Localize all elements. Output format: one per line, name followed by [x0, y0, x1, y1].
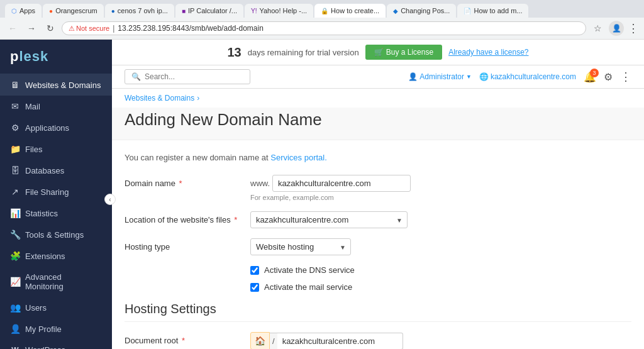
domain-link[interactable]: 🌐 kazakhculturalcentre.com — [479, 72, 576, 81]
notification-badge: 3 — [590, 69, 599, 77]
sidebar-item-extensions[interactable]: 🧩 Extensions — [0, 245, 112, 267]
breadcrumb-separator: › — [197, 94, 199, 102]
url-text[interactable]: 13.235.238.195:8443/smb/web/add-domain — [118, 24, 579, 33]
app: plesk 🖥 Websites & Domains ✉ Mail ⚙ Appl… — [0, 40, 644, 349]
sidebar: plesk 🖥 Websites & Domains ✉ Mail ⚙ Appl… — [0, 40, 112, 349]
browser-toolbar: ← → ↻ ⚠ Not secure | 13.235.238.195:8443… — [0, 18, 644, 39]
tab-orangescrum[interactable]: ● Orangescrum — [43, 4, 104, 18]
sidebar-item-mail[interactable]: ✉ Mail — [0, 96, 112, 117]
more-button[interactable]: ⋮ — [628, 21, 639, 35]
tab-howto[interactable]: 🔒 How to create... — [314, 4, 386, 18]
domain-name-control: www. For example, example.com — [250, 175, 411, 201]
hosting-type-row: Hosting type Website hosting ▼ — [125, 238, 631, 255]
form-area: You can register a new domain name at Se… — [112, 140, 644, 349]
sidebar-item-filesharing[interactable]: ↗ File Sharing — [0, 181, 112, 202]
browser-chrome: ⬡ Apps ● Orangescrum ● cenos 7 ovh ip...… — [0, 0, 644, 40]
required-marker: * — [179, 179, 182, 188]
dns-checkbox[interactable] — [250, 266, 259, 275]
mail-checkbox[interactable] — [250, 283, 259, 292]
sidebar-item-files[interactable]: 📁 Files — [0, 138, 112, 160]
mail-label[interactable]: Activate the mail service — [264, 282, 352, 292]
docroot-control: 🏠 / The path to the website home directo… — [250, 332, 403, 349]
admin-link[interactable]: 👤 Administrator ▼ — [408, 72, 472, 81]
breadcrumb-parent-link[interactable]: Websites & Domains — [125, 94, 194, 102]
docroot-label: Document root * — [125, 332, 250, 345]
sidebar-item-websites[interactable]: 🖥 Websites & Domains — [0, 74, 112, 96]
admin-chevron-icon: ▼ — [466, 74, 472, 80]
domain-hint: For example, example.com — [250, 194, 411, 201]
docroot-input-group: 🏠 / — [250, 332, 403, 349]
main-content: 13 days remaining for trial version 🛒 Bu… — [112, 40, 644, 349]
back-button[interactable]: ← — [5, 21, 20, 36]
already-license-link[interactable]: Already have a license? — [448, 48, 528, 57]
content-area: Websites & Domains › Adding New Domain N… — [112, 89, 644, 349]
location-label: Location of the website's files * — [125, 211, 250, 224]
services-portal-link[interactable]: Services portal. — [270, 153, 327, 162]
not-secure-indicator: ⚠ Not secure — [69, 25, 109, 33]
sidebar-item-myprofile[interactable]: 👤 My Profile — [0, 318, 112, 340]
dns-checkbox-row: Activate the DNS service — [250, 265, 631, 275]
location-select[interactable]: kazakhculturalcentre.com — [250, 211, 408, 228]
path-separator: / — [270, 333, 277, 350]
warning-icon: ⚠ — [69, 25, 75, 33]
trial-banner: 13 days remaining for trial version 🛒 Bu… — [112, 40, 644, 65]
mail-checkbox-row: Activate the mail service — [250, 282, 631, 292]
tab-yahoo[interactable]: Y! Yahoo! Help -... — [245, 4, 313, 18]
tab-ipcalc[interactable]: ■ IP Calculator /... — [175, 4, 243, 18]
docroot-input[interactable] — [277, 333, 403, 350]
buy-license-button[interactable]: 🛒 Buy a License — [365, 45, 442, 60]
tab-howtoadd[interactable]: 📄 How to add m... — [457, 4, 528, 18]
hosting-type-select[interactable]: Website hosting — [250, 238, 351, 255]
users-icon: 👥 — [10, 302, 20, 313]
myprofile-icon: 👤 — [10, 324, 20, 334]
sidebar-item-wordpress[interactable]: W WordPress — [0, 340, 112, 349]
domain-name-row: Domain name * www. For example, example.… — [125, 175, 631, 201]
notifications-button[interactable]: 🔔 3 — [584, 71, 596, 83]
url-separator: | — [113, 24, 114, 33]
sidebar-item-tools[interactable]: 🔧 Tools & Settings — [0, 224, 112, 245]
page-header: Adding New Domain Name — [112, 108, 644, 140]
search-input[interactable] — [145, 72, 243, 81]
tab-cenos[interactable]: ● cenos 7 ovh ip... — [105, 4, 174, 18]
settings-button[interactable]: ⚙ — [604, 71, 613, 83]
wordpress-icon: W — [10, 346, 20, 350]
form-intro: You can register a new domain name at Se… — [125, 153, 631, 162]
hosting-type-select-wrap: Website hosting ▼ — [250, 238, 351, 255]
forward-button[interactable]: → — [24, 21, 39, 36]
sidebar-item-databases[interactable]: 🗄 Databases — [0, 160, 112, 181]
home-icon: 🏠 — [250, 332, 270, 349]
location-required: * — [234, 215, 237, 224]
globe-icon: 🌐 — [479, 72, 489, 81]
filesharing-icon: ↗ — [10, 187, 20, 197]
dns-label[interactable]: Activate the DNS service — [264, 265, 355, 275]
location-row: Location of the website's files * kazakh… — [125, 211, 631, 228]
sidebar-item-users[interactable]: 👥 Users — [0, 297, 112, 318]
statistics-icon: 📊 — [10, 208, 20, 218]
trial-days: 13 — [227, 45, 241, 60]
sidebar-item-applications[interactable]: ⚙ Applications — [0, 117, 112, 138]
tab-apps[interactable]: ⬡ Apps — [5, 4, 42, 18]
domain-name-label: Domain name * — [125, 175, 250, 188]
admin-icon: 👤 — [408, 72, 418, 81]
search-box: 🔍 — [125, 69, 250, 84]
cart-icon: 🛒 — [374, 48, 384, 57]
page-title: Adding New Domain Name — [125, 110, 631, 130]
bookmark-button[interactable]: ☆ — [590, 21, 605, 36]
hosting-type-label: Hosting type — [125, 238, 250, 252]
topbar-more-button[interactable]: ⋮ — [620, 70, 631, 84]
trial-text: days remaining for trial version — [248, 48, 359, 57]
docroot-row: Document root * 🏠 / The path to the webs… — [125, 332, 631, 349]
address-bar: ⚠ Not secure | 13.235.238.195:8443/smb/w… — [62, 21, 586, 35]
databases-icon: 🗄 — [10, 165, 20, 175]
tab-changing[interactable]: ◆ Changing Pos... — [387, 4, 456, 18]
profile-button[interactable]: 👤 — [609, 21, 624, 36]
refresh-button[interactable]: ↻ — [43, 21, 58, 36]
search-icon: 🔍 — [131, 72, 141, 81]
sidebar-collapse-button[interactable]: ‹ — [104, 194, 116, 205]
domain-name-input[interactable] — [272, 175, 411, 192]
location-select-wrap: kazakhculturalcentre.com ▼ — [250, 211, 408, 228]
top-bar-right: 👤 Administrator ▼ 🌐 kazakhculturalcentre… — [408, 70, 631, 84]
tools-icon: 🔧 — [10, 230, 20, 240]
sidebar-item-statistics[interactable]: 📊 Statistics — [0, 202, 112, 224]
sidebar-item-monitoring[interactable]: 📈 Advanced Monitoring — [0, 267, 112, 297]
